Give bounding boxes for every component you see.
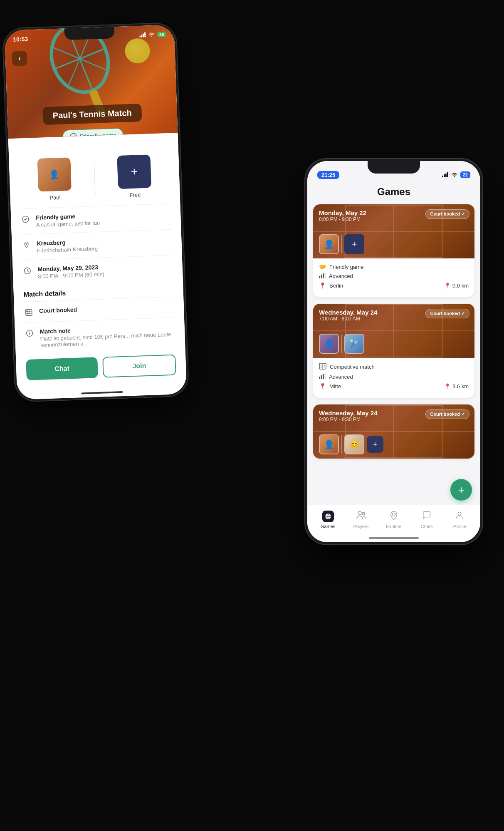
game-1-location: Berlin	[329, 283, 343, 289]
wifi-icon-front	[451, 172, 458, 177]
notch-back	[64, 27, 115, 40]
status-time-front: 21:25	[317, 171, 339, 179]
profile-icon	[455, 511, 464, 520]
court-booked-text-2: Court booked ✓	[430, 311, 465, 316]
svg-rect-22	[442, 176, 443, 177]
game-card-2[interactable]: Wednesday, May 24 7:00 AM - 8:00 AM Cour…	[313, 304, 474, 398]
svg-rect-7	[141, 35, 142, 37]
game-1-level-row: Advanced	[319, 273, 469, 280]
phone-back-inner: 10:53 88 ‹ Paul's Tennis Match Friendly …	[5, 25, 187, 400]
game-2-header: Wednesday, May 24 7:00 AM - 8:00 AM	[319, 309, 377, 322]
nav-players-label: Players	[353, 524, 368, 529]
nav-explore[interactable]: Explore	[377, 511, 410, 529]
signal-icon	[139, 32, 146, 38]
phone-front: 21:25 22 Games	[304, 158, 483, 545]
svg-point-51	[392, 513, 395, 516]
svg-point-49	[358, 511, 361, 515]
players-icon	[356, 511, 366, 520]
game-2-distance: 📍 3.6 km	[444, 383, 469, 389]
game-2-type-row: 10 Competitive match	[319, 363, 469, 371]
game-2-type: Competitive match	[330, 364, 375, 370]
game-1-type: Friendly game	[329, 264, 363, 270]
profile-nav-icon	[455, 511, 464, 522]
games-scroll[interactable]: Monday, May 22 8:00 PM - 9:30 PM Court b…	[307, 204, 480, 520]
wifi-icon	[148, 32, 155, 37]
svg-line-17	[28, 309, 28, 315]
bars-icon-1	[319, 273, 326, 278]
game-1-type-row: 🤝 Friendly game	[319, 263, 469, 270]
game-3-face1: 👤	[320, 435, 338, 454]
game-1-location-row: 📍 Berlin 📍 0.0 km	[319, 282, 469, 289]
nav-players[interactable]: Players	[344, 511, 377, 529]
hero-area: 10:53 88 ‹ Paul's Tennis Match Friendly …	[5, 25, 178, 139]
player-paul-avatar: 👤	[37, 157, 72, 192]
hero-title: Paul's Tennis Match	[52, 108, 132, 120]
home-indicator-front	[369, 537, 419, 539]
game-3-player1-avatar: 👤	[319, 434, 339, 454]
svg-line-18	[30, 309, 30, 315]
game-3-time: 8:00 PM - 9:30 PM	[319, 417, 377, 422]
status-time-back: 10:53	[13, 35, 28, 42]
home-indicator-back	[81, 391, 123, 394]
battery-front: 22	[460, 171, 470, 178]
game-2-date: Wednesday, May 24	[319, 309, 377, 316]
nav-games-label: Games	[321, 524, 335, 529]
match-note-row: Match note Platz ist gebucht, sind 10€ p…	[25, 318, 175, 355]
game-1-body: 🤝 Friendly game Advanced 📍 Berlin 📍	[313, 258, 474, 297]
phone-back: 10:53 88 ‹ Paul's Tennis Match Friendly …	[2, 22, 189, 402]
game-card-3[interactable]: Wednesday, May 24 8:00 PM - 9:30 PM Cour…	[313, 404, 474, 459]
game-card-1-image: Monday, May 22 8:00 PM - 9:30 PM Court b…	[313, 204, 474, 258]
nav-chats[interactable]: Chats	[410, 511, 443, 529]
friendly-icon	[21, 215, 30, 224]
player-add-btn[interactable]: +	[117, 154, 152, 189]
game-3-divider	[341, 435, 342, 454]
join-button[interactable]: Join	[102, 355, 176, 378]
svg-rect-43	[325, 373, 326, 379]
svg-line-15	[26, 311, 32, 312]
fab-add-game[interactable]: +	[450, 479, 472, 501]
chat-button[interactable]: Chat	[26, 357, 98, 380]
action-buttons: Chat Join	[16, 349, 186, 386]
battery-back: 88	[157, 31, 166, 37]
chats-nav-icon	[422, 511, 431, 522]
svg-text:0: 0	[324, 365, 325, 368]
game-1-add-player[interactable]: +	[344, 234, 364, 254]
back-button[interactable]: ‹	[12, 51, 27, 66]
scoreboard-icon-2: 10	[319, 363, 326, 371]
svg-rect-23	[444, 174, 445, 177]
court-booked-badge-3: Court booked ✓	[425, 409, 469, 419]
game-2-location-row: 📍 Mitte 📍 3.6 km	[319, 383, 469, 389]
game-card-1[interactable]: Monday, May 22 8:00 PM - 9:30 PM Court b…	[313, 204, 474, 297]
game-2-body: 10 Competitive match Advanced 📍 Mitte	[313, 358, 474, 398]
court-booked-text-3: Court booked ✓	[430, 412, 465, 417]
game-1-level: Advanced	[329, 273, 353, 279]
court-icon	[24, 308, 34, 317]
game-2-face2: 🎾	[345, 335, 363, 353]
game-2-location: Mitte	[329, 383, 341, 389]
pin-icon-1: 📍	[319, 282, 326, 289]
games-icon	[325, 513, 331, 520]
detail-rows: Friendly game A casual game, just for fu…	[11, 203, 183, 286]
level-icon-1	[319, 273, 326, 280]
game-3-face2: 😊	[345, 435, 363, 454]
game-3-player2-avatar: 😊	[344, 434, 364, 454]
game-2-divider	[341, 335, 342, 353]
game-3-add-player[interactable]: +	[367, 436, 383, 453]
svg-point-52	[458, 512, 461, 515]
svg-rect-40	[319, 377, 320, 379]
game-1-distance: 📍 0.0 km	[444, 283, 469, 289]
games-header: Games	[307, 183, 480, 204]
bottom-nav: Games Players	[307, 505, 480, 542]
bars-icon-2	[319, 373, 326, 379]
games-title: Games	[316, 186, 472, 198]
game-2-player2-avatar: 🎾	[344, 334, 364, 354]
nav-chats-label: Chats	[421, 524, 433, 529]
status-icons-back: 88	[139, 31, 166, 37]
info-icon	[25, 329, 35, 337]
nav-games[interactable]: Games	[311, 511, 344, 529]
svg-rect-29	[319, 276, 320, 278]
nav-profile[interactable]: Profile	[443, 511, 476, 529]
explore-icon	[389, 511, 398, 520]
svg-rect-25	[447, 172, 448, 177]
tennis-ball	[125, 38, 151, 64]
